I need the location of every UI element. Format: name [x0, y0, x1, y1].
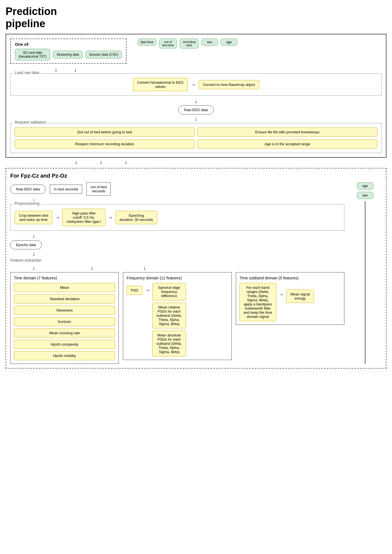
validation-item-4: Age is in the accepted range	[197, 139, 377, 149]
crop-box: Crop between bedand woke up time	[15, 211, 52, 224]
feature-mean-crossing: Mean crossing rate	[14, 328, 115, 338]
load-raw-label: Load raw data	[13, 70, 41, 75]
right-input-age: age	[357, 182, 373, 190]
epochs-data: Epochs data	[10, 240, 42, 249]
fpz-in-bed-seconds: in bed seconds	[50, 185, 82, 194]
input-sd-card: SD card data(hexadecimal TXT)	[15, 49, 50, 60]
feature-skewness: Skewness	[14, 306, 115, 315]
frequency-domain-title: Frequency domain (11 features)	[127, 276, 228, 280]
request-validation-label: Request validation	[13, 120, 48, 124]
epoching-box: Epochingduration: 30 seconds	[115, 211, 157, 224]
raw-eeg-data: Raw EEG data	[178, 105, 214, 114]
convert-mne-box: Convert to mne.RawArray object	[199, 80, 259, 89]
input-bed-time: bed time	[138, 39, 156, 46]
fpz-raw-eeg: Raw EEG data	[10, 185, 46, 194]
feature-hjorth-complexity: Hjorth complexity	[14, 340, 115, 349]
feature-columns: Time domain (7 features) Mean Standard d…	[10, 272, 344, 364]
validation-item-3: Respect minimum recording duration	[15, 139, 195, 149]
fpz-title: For Fpz-Cz and Pz-Oz	[10, 173, 382, 179]
psd-box: PSD	[127, 286, 142, 295]
feature-hjorth-mobility: Hjorth mobility	[14, 351, 115, 360]
fpz-section: For Fpz-Cz and Pz-Oz Raw EEG data in bed…	[6, 168, 386, 369]
right-input-sex: sex	[357, 192, 373, 199]
preprocessing-section: Preprocessing Crop between bedand woke u…	[10, 204, 344, 231]
preprocessing-label: Preprocessing	[13, 201, 41, 206]
right-sidebar: age sex	[349, 182, 382, 364]
load-raw-section: Load raw data Convert hexadecimal to EEG…	[10, 73, 382, 96]
page-title: Prediction pipeline	[6, 6, 386, 30]
bandpass-filter-box: For each bandranges (Delta,Theta, Alpha,…	[239, 283, 276, 321]
feature-mean: Mean	[14, 283, 115, 292]
request-validation-section: Request validation Got out of bed before…	[10, 123, 382, 153]
mean-signal-energy-box: Mean signalenergy	[286, 290, 314, 303]
one-of-label: One of:	[15, 42, 122, 47]
input-out-of-bed-time: out ofbed time	[159, 39, 177, 48]
mean-absolute-psd-box: Mean absolutePSDs for eachsubband (Delta…	[152, 331, 186, 356]
input-sex: sex	[201, 39, 218, 46]
input-recording-start: recordingstart	[180, 39, 198, 48]
fpz-out-of-bed-seconds: out of bedseconds	[86, 182, 111, 196]
input-session-csv: Session data (CSV)	[86, 51, 122, 58]
feature-kurtosis: Kurtosis	[14, 317, 115, 326]
time-domain-col: Time domain (7 features) Mean Standard d…	[10, 272, 119, 364]
one-of-box: One of: SD card data(hexadecimal TXT) St…	[10, 39, 127, 64]
convert-hex-box: Convert hexadecimal to EEGvalues	[133, 78, 188, 91]
feature-std: Standard deviation	[14, 294, 115, 303]
time-subband-col: Time subband domain (5 features) For eac…	[236, 272, 344, 325]
spectral-edge-box: Spectral edgefrequencydifference	[152, 283, 186, 300]
highpass-box: High pass filtercutoff: 0.5 Hz,chebyshev…	[62, 209, 105, 226]
feature-extraction-label: Feature extraction	[10, 258, 344, 262]
frequency-domain-col: Frequency domain (11 features) PSD → Spe…	[123, 272, 231, 360]
time-subband-title: Time subband domain (5 features)	[239, 276, 341, 280]
time-domain-title: Time domain (7 features)	[14, 276, 115, 280]
input-age: age	[221, 39, 237, 46]
validation-item-2: Ensure file fits with provided timestamp…	[197, 127, 377, 137]
validation-item-1: Got out of bed before going to bed	[15, 127, 195, 137]
mean-relative-psd-box: Mean relativePSDs for eachsubband (Delta…	[152, 303, 186, 328]
input-streaming: Streaming data	[53, 51, 82, 58]
